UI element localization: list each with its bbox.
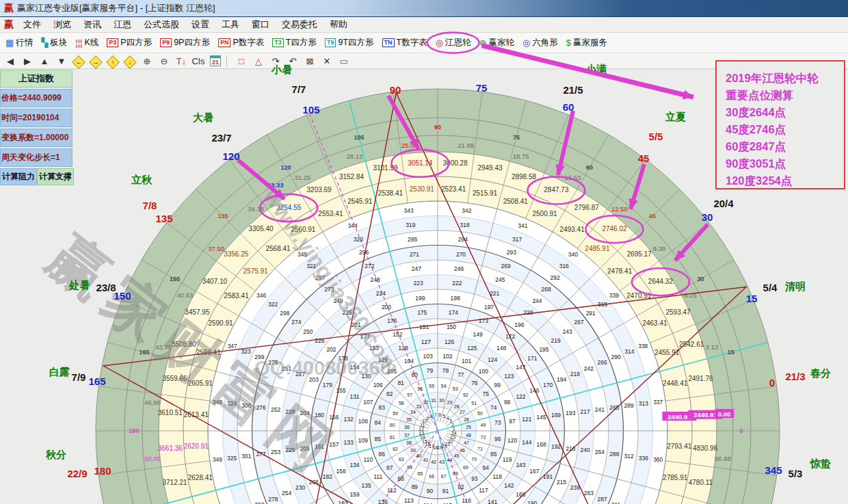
integer-spiral-label-value: 360	[653, 456, 663, 463]
integer-spiral-label-value: 196	[514, 321, 524, 328]
integer-spiral-label-value: 290	[611, 354, 620, 360]
integer-spiral-label-value: 122	[516, 393, 525, 400]
integer-spiral-label-value: 218	[570, 371, 580, 377]
band1-price-label-value: 2949.43	[477, 164, 503, 172]
integer-spiral-label-value: 27	[460, 410, 465, 414]
integer-spiral-label-value: 159	[350, 491, 360, 498]
solar-term-label: 立夏	[665, 111, 686, 124]
integer-spiral-label-value: 203	[309, 376, 319, 383]
integer-spiral-label-value: 7	[434, 412, 437, 417]
integer-spiral-label-value: 150	[447, 323, 456, 330]
integer-spiral-label-value: 288	[609, 451, 619, 457]
band1-price-label-value: 3203.69	[307, 186, 332, 194]
current-price-value: 2440.91	[667, 413, 691, 421]
integer-spiral-label-value: 294	[458, 236, 468, 243]
integer-spiral-label-value: 42	[431, 460, 436, 464]
percent-ring-label-value: 18.75	[513, 152, 529, 160]
integer-spiral-label-value: 73	[494, 419, 501, 426]
integer-spiral-label-value: 148	[496, 345, 506, 352]
info-buttons: 计算阻力计算支撑	[0, 168, 72, 185]
integer-spiral-label-value: 219	[551, 337, 560, 344]
integer-spiral-label-value: 275	[268, 359, 278, 366]
integer-spiral-label-value: 229	[285, 447, 295, 453]
integer-spiral-label-value: 152	[393, 331, 402, 338]
integer-spiral-label-value: 31	[431, 398, 436, 403]
perimeter-degree-180: 180	[94, 465, 111, 477]
band2-price-label-value: 2598.41	[196, 349, 222, 356]
band1-price-label-value: 3051.14	[408, 159, 433, 167]
integer-spiral-label-value: 111	[373, 473, 382, 480]
integer-spiral-label-value: 194	[557, 376, 566, 383]
integer-spiral-label-value: 246	[454, 265, 464, 272]
integer-spiral-label-value: 195	[539, 346, 548, 353]
integer-spiral-label-value: 321	[306, 263, 316, 269]
integer-spiral-label-value: 289	[624, 402, 633, 409]
percent-ring-label-value: 9.38	[653, 245, 666, 252]
integer-spiral-label-value: 336	[639, 455, 648, 462]
band1-price-label-value: 2491.76	[688, 375, 713, 382]
integer-spiral-label-value: 141	[488, 499, 497, 504]
integer-spiral-label-value: 109	[358, 437, 368, 444]
integer-spiral-label-value: 274	[291, 319, 301, 326]
integer-spiral-label-value: 92	[458, 483, 464, 490]
integer-spiral-label-value: 93	[471, 475, 478, 482]
integer-spiral-label-value: 244	[532, 297, 542, 304]
integer-spiral-label-value: 174	[449, 309, 458, 316]
solar-term-label: 小满	[586, 63, 607, 76]
current-price-value: 2440.91	[693, 411, 717, 419]
integer-spiral-label-value: 149	[473, 331, 482, 338]
integer-spiral-label-value: 216	[566, 445, 575, 452]
integer-spiral-label-value: 180	[315, 412, 324, 419]
integer-spiral-label-value: 205	[300, 445, 310, 452]
perimeter-degree-120: 120	[222, 150, 239, 162]
integer-spiral-label-value: 221	[490, 290, 499, 297]
integer-spiral-label-value: 99	[494, 382, 501, 388]
calc-button-1[interactable]: 计算支撑	[37, 168, 74, 185]
percent-ring-label-value: 43.75	[155, 343, 172, 351]
integer-spiral-label-value: 84	[375, 419, 382, 426]
current-price-value: 0.00	[718, 410, 731, 418]
integer-spiral-label-value: 68	[453, 471, 458, 476]
integer-spiral-label-value: 312	[624, 453, 633, 460]
degree-ring-label-value: 60	[586, 164, 593, 171]
integer-spiral-label-value: 299	[254, 354, 264, 360]
integer-spiral-label-value: 341	[518, 222, 527, 229]
integer-spiral-label-value: 292	[551, 274, 560, 281]
integer-spiral-label-value: 49	[481, 423, 486, 427]
band1-price-label-value: 2695.17	[627, 250, 652, 258]
integer-spiral-label-value: 204	[300, 410, 310, 416]
integer-spiral-label-value: 248	[370, 276, 380, 283]
integer-spiral-label-value: 277	[256, 451, 266, 457]
integer-spiral-label-value: 29	[447, 400, 453, 405]
integer-spiral-label-value: 67	[441, 474, 447, 479]
integer-spiral-label-value: 291	[586, 310, 596, 317]
calc-button-0[interactable]: 计算阻力	[0, 168, 37, 185]
integer-spiral-label-value: 343	[403, 207, 413, 214]
integer-spiral-label-value: 342	[462, 207, 471, 214]
band1-price-label-value: 3407.10	[202, 278, 228, 285]
band2-price-label-value: 2515.91	[473, 189, 498, 197]
perimeter-degree-150: 150	[114, 290, 131, 302]
percent-ring-label-value: 28.13	[346, 152, 362, 160]
integer-spiral-label-value: 295	[408, 236, 417, 243]
date-label-5-4: 5/4	[763, 282, 778, 293]
integer-spiral-label-value: 191	[543, 473, 553, 480]
integer-spiral-label-value: 48	[466, 433, 471, 438]
integer-spiral-label-value: 24	[451, 431, 457, 436]
integer-spiral-label-value: 105	[387, 368, 397, 375]
band2-price-label-value: 2530.91	[410, 185, 435, 193]
integer-spiral-label-value: 57	[407, 393, 412, 397]
integer-spiral-label-value: 102	[442, 353, 452, 360]
band1-price-label-value: 3661.36	[158, 445, 183, 452]
integer-spiral-label-value: 145	[537, 414, 546, 421]
date-label-20-4: 20/4	[713, 198, 733, 209]
integer-spiral-label-value: 249	[333, 297, 343, 304]
integer-spiral-label-value: 319	[406, 222, 415, 228]
percent-ring-label-value: 6.25	[684, 291, 697, 299]
integer-spiral-label-value: 175	[417, 309, 427, 316]
integer-spiral-label-value: 154	[350, 364, 360, 371]
percent-ring-label-value: 31.25	[295, 174, 311, 181]
integer-spiral-label-value: 315	[598, 301, 607, 308]
integer-spiral-label-value: 39	[410, 448, 416, 453]
integer-spiral-label-value: 119	[503, 456, 512, 463]
